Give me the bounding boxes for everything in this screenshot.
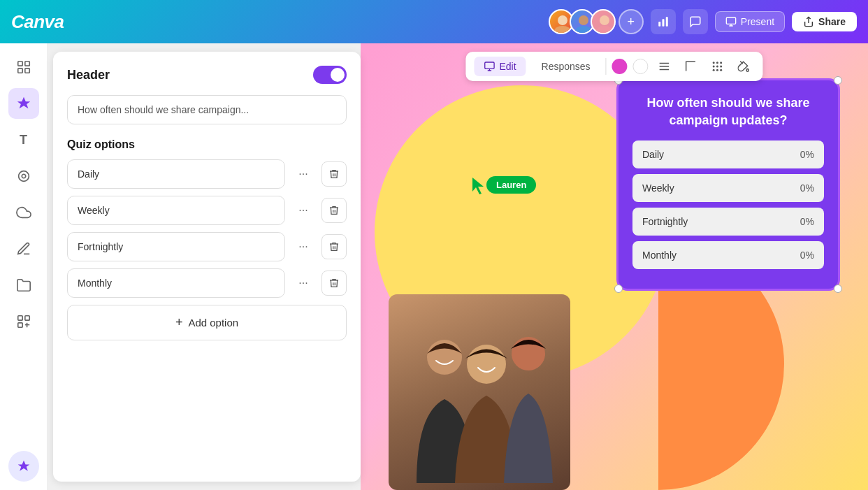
- quiz-option-monthly-label: Monthly: [642, 250, 677, 261]
- svg-rect-11: [17, 62, 22, 66]
- svg-point-1: [554, 26, 571, 34]
- photo-people: [389, 294, 570, 490]
- option-delete-daily[interactable]: [321, 161, 347, 187]
- quiz-option-fortnightly: Fortnightly 0%: [632, 208, 824, 236]
- resize-handle-br[interactable]: [834, 284, 842, 293]
- option-input-daily[interactable]: [67, 159, 285, 189]
- svg-point-31: [720, 66, 722, 68]
- option-more-weekly[interactable]: ···: [291, 198, 316, 223]
- grid-dots-icon-button[interactable]: [707, 56, 728, 77]
- svg-point-26: [713, 62, 715, 64]
- sidebar-item-folder[interactable]: [8, 270, 39, 301]
- svg-rect-14: [24, 69, 29, 73]
- option-input-weekly[interactable]: [67, 196, 285, 225]
- analytics-button[interactable]: [651, 9, 676, 34]
- panel-header: Header ✓: [67, 66, 347, 84]
- header-input[interactable]: [67, 95, 347, 124]
- add-option-button[interactable]: + Add option: [67, 305, 347, 340]
- panel-title: Header: [67, 68, 110, 82]
- sidebar-item-text[interactable]: T: [8, 124, 39, 155]
- option-delete-monthly[interactable]: [321, 271, 347, 296]
- quiz-option-monthly-pct: 0%: [800, 250, 814, 261]
- sidebar-item-cloud[interactable]: [8, 197, 39, 228]
- avatar-group: +: [549, 9, 644, 34]
- svg-rect-19: [17, 323, 22, 327]
- quiz-option-daily: Daily 0%: [632, 140, 824, 168]
- quiz-option-daily-pct: 0%: [800, 149, 814, 160]
- option-more-monthly[interactable]: ···: [291, 271, 316, 296]
- option-input-monthly[interactable]: [67, 268, 285, 298]
- quiz-card-title: How often should we share campaign updat…: [632, 94, 824, 129]
- svg-point-33: [716, 69, 718, 71]
- quiz-option-monthly: Monthly 0%: [632, 241, 824, 269]
- lines-icon-button[interactable]: [654, 56, 675, 77]
- canva-logo: Canva: [11, 11, 64, 33]
- svg-point-27: [716, 62, 718, 64]
- sidebar-item-templates[interactable]: [8, 52, 39, 82]
- quiz-options-title: Quiz options: [67, 138, 347, 151]
- svg-rect-12: [24, 62, 29, 66]
- quiz-card[interactable]: How often should we share campaign updat…: [616, 78, 840, 291]
- topbar: Canva + Present Share: [0, 0, 868, 43]
- secondary-toolbar: Edit Responses: [465, 52, 762, 81]
- sidebar: T: [0, 43, 48, 490]
- svg-point-30: [716, 66, 718, 68]
- color-pink[interactable]: [612, 59, 628, 74]
- add-option-plus-icon: +: [175, 315, 183, 330]
- svg-point-5: [596, 26, 613, 34]
- responses-tab[interactable]: Responses: [532, 57, 600, 76]
- canvas-area[interactable]: Edit Responses: [361, 43, 868, 490]
- topbar-right: + Present Share: [549, 9, 857, 34]
- option-more-fortnightly[interactable]: ···: [291, 234, 316, 259]
- svg-rect-9: [726, 17, 735, 24]
- quiz-option-fortnightly-pct: 0%: [800, 216, 814, 227]
- svg-point-4: [600, 15, 609, 25]
- share-button[interactable]: Share: [792, 12, 857, 31]
- paint-bucket-icon-button[interactable]: [734, 56, 755, 77]
- photo-area: [389, 294, 570, 490]
- color-white[interactable]: [633, 59, 649, 74]
- svg-point-28: [720, 62, 722, 64]
- svg-point-16: [22, 174, 26, 178]
- corner-icon-button[interactable]: [681, 56, 702, 77]
- option-input-fortnightly[interactable]: [67, 232, 285, 261]
- toolbar-divider: [606, 58, 607, 75]
- option-row-daily: ···: [67, 159, 347, 189]
- people-silhouettes: [396, 301, 563, 483]
- lauren-badge: Lauren: [486, 176, 536, 194]
- svg-point-34: [720, 69, 722, 71]
- svg-point-15: [18, 171, 29, 182]
- sidebar-item-draw[interactable]: [8, 233, 39, 264]
- quiz-option-weekly: Weekly 0%: [632, 174, 824, 202]
- cursor-container: [472, 178, 486, 197]
- svg-rect-13: [17, 69, 22, 73]
- sidebar-item-apps[interactable]: [8, 306, 39, 337]
- svg-point-32: [713, 69, 715, 71]
- sidebar-item-elements[interactable]: [8, 88, 39, 119]
- resize-handle-tr[interactable]: [834, 76, 842, 85]
- svg-point-0: [558, 15, 567, 25]
- option-delete-weekly[interactable]: [321, 198, 347, 223]
- sidebar-item-brand[interactable]: [8, 161, 39, 192]
- edit-label: Edit: [499, 61, 516, 72]
- header-toggle[interactable]: ✓: [313, 66, 347, 84]
- svg-rect-8: [666, 17, 668, 27]
- sidebar-item-magic[interactable]: [8, 451, 39, 482]
- svg-rect-17: [17, 316, 22, 320]
- main-layout: T Header ✓ Quiz options: [0, 43, 868, 490]
- comment-button[interactable]: [683, 9, 708, 34]
- panel: Header ✓ Quiz options ··· ··· ···: [53, 52, 361, 482]
- svg-rect-7: [662, 19, 664, 27]
- svg-point-2: [579, 15, 588, 25]
- option-row-monthly: ···: [67, 268, 347, 298]
- svg-point-29: [713, 66, 715, 68]
- quiz-option-weekly-pct: 0%: [800, 182, 814, 194]
- svg-point-3: [575, 26, 592, 34]
- toggle-check-icon: ✓: [337, 71, 343, 80]
- edit-tab[interactable]: Edit: [474, 57, 526, 76]
- option-delete-fortnightly[interactable]: [321, 234, 347, 259]
- option-row-weekly: ···: [67, 196, 347, 225]
- present-button[interactable]: Present: [715, 11, 785, 32]
- add-user-button[interactable]: +: [619, 9, 644, 34]
- option-more-daily[interactable]: ···: [291, 161, 316, 187]
